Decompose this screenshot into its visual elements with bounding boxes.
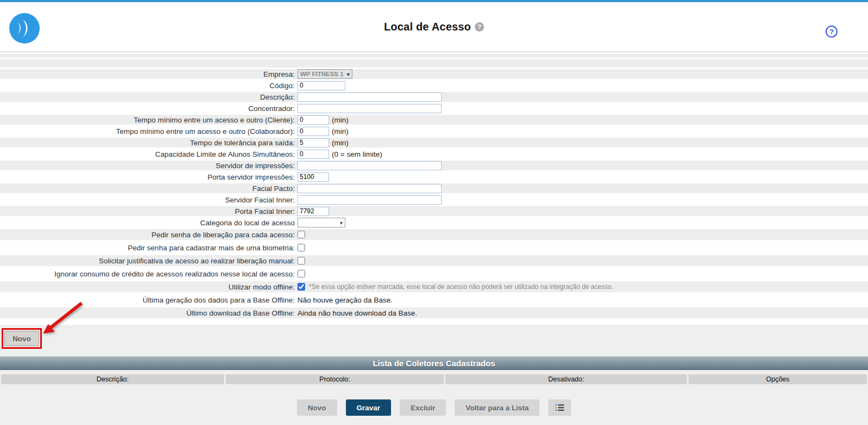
servidor-impressoes-label: Servidor de impressões:: [0, 162, 297, 170]
capacidade-label: Capacidade Limite de Alunos Simultâneos:: [0, 150, 297, 158]
excluir-button[interactable]: Excluir: [400, 399, 446, 416]
chevron-down-icon: ▾: [347, 71, 350, 77]
tolerancia-suffix: (min): [332, 139, 349, 147]
lower-section: Novo Lista de Coletores Cadastrados Desc…: [0, 325, 868, 425]
novo-button[interactable]: Novo: [4, 331, 39, 346]
ignorar-credito-checkbox[interactable]: [297, 270, 305, 278]
servidor-facial-inner-input[interactable]: [297, 195, 442, 205]
column-opcoes: Opções: [689, 374, 867, 384]
tempo-colaborador-suffix: (min): [332, 127, 349, 135]
modo-offline-note: *Se essa opção estiver marcada, esse loc…: [308, 283, 613, 291]
form-row-tempo-cliente: Tempo mínimo entre um acesso e outro (Cl…: [0, 115, 868, 125]
chevron-down-icon: ▾: [340, 220, 343, 226]
form-row-codigo: Código:: [0, 81, 868, 90]
form-row-descricao: Descrição:: [0, 92, 868, 102]
tolerancia-input[interactable]: [297, 138, 329, 147]
tempo-cliente-suffix: (min): [332, 116, 349, 124]
list-view-button[interactable]: [548, 399, 571, 416]
form-row-porta-facial-inner: Porta Facial Inner:: [0, 206, 868, 216]
form-row-porta-impressoes: Porta servidor impressões:: [0, 172, 868, 182]
form-row-justificativa: Solicitar justificativa de acesso ao rea…: [0, 255, 868, 266]
empresa-select[interactable]: WP FITNESS 1 ▾: [297, 69, 352, 79]
form-row-ultima-geracao: Última geração dos dados para a Base Off…: [0, 294, 868, 305]
form-row-senha-liberacao: Pedir senha de liberação para cada acess…: [0, 229, 868, 240]
form-row-ignorar-credito: Ignorar consumo de crédito de acessos re…: [0, 268, 868, 279]
capacidade-input[interactable]: [297, 150, 329, 159]
categoria-label: Categoria do local de acesso: [0, 219, 297, 227]
form-row-categoria: Categoria do local de acesso ▾: [0, 218, 868, 227]
tempo-colaborador-input[interactable]: [297, 127, 329, 136]
capacidade-suffix: (0 = sem limite): [332, 150, 382, 158]
ultimo-download-value: Ainda não houve download da Base.: [297, 309, 417, 317]
descricao-input[interactable]: [297, 93, 442, 102]
justificativa-checkbox[interactable]: [297, 257, 305, 264]
justificativa-label: Solicitar justificativa de acesso ao rea…: [0, 257, 297, 265]
voltar-lista-button[interactable]: Voltar para a Lista: [455, 399, 540, 416]
title-help-icon[interactable]: ?: [475, 22, 484, 32]
porta-facial-inner-input[interactable]: [297, 207, 329, 216]
servidor-impressoes-input[interactable]: [297, 161, 442, 170]
tempo-cliente-input[interactable]: [297, 115, 329, 125]
senha-biometria-checkbox[interactable]: [297, 244, 305, 251]
form-row-modo-offline: Utilizar modo offline: *Se essa opção es…: [0, 281, 868, 292]
form-row-empresa: Empresa: WP FITNESS 1 ▾: [0, 69, 868, 79]
codigo-input[interactable]: [297, 81, 345, 90]
novo-footer-button[interactable]: Novo: [297, 399, 337, 416]
column-protocolo: Protocolo:: [226, 374, 444, 384]
ultima-geracao-label: Última geração dos dados para a Base Off…: [0, 296, 297, 304]
senha-liberacao-label: Pedir senha de liberação para cada acess…: [0, 231, 297, 239]
servidor-facial-inner-label: Servidor Facial Inner:: [0, 196, 297, 204]
categoria-select[interactable]: ▾: [297, 218, 345, 227]
ignorar-credito-label: Ignorar consumo de crédito de acessos re…: [0, 270, 297, 278]
form-row-concentrador: Concentrador:: [0, 103, 868, 113]
porta-impressoes-input[interactable]: [297, 173, 329, 182]
collectors-column-headers: Descrição: Protocolo: Desativado: Opções: [1, 374, 867, 384]
spacer-stripe: [0, 54, 868, 58]
form-row-facial-pacto: Facial Pacto:: [0, 183, 868, 193]
facial-pacto-label: Facial Pacto:: [0, 184, 297, 193]
tolerancia-label: Tempo de tolerância para saída:: [0, 139, 297, 147]
access-location-form: Empresa: WP FITNESS 1 ▾ Código: Descriçã…: [0, 52, 868, 325]
concentrador-label: Concentrador:: [0, 104, 297, 113]
column-descricao: Descrição:: [1, 374, 224, 384]
descricao-label: Descrição:: [0, 93, 297, 101]
senha-biometria-label: Pedir senha para cadastrar mais de uma b…: [0, 244, 297, 252]
column-desativado: Desativado:: [445, 374, 687, 384]
facial-pacto-input[interactable]: [297, 184, 442, 193]
porta-facial-inner-label: Porta Facial Inner:: [0, 207, 297, 215]
collectors-list-header: Lista de Coletores Cadastrados: [0, 356, 868, 370]
ultima-geracao-value: Não houve geração da Base.: [297, 296, 393, 304]
form-row-tempo-colaborador: Tempo mínimo entre um acesso e outro (Co…: [0, 126, 868, 136]
empresa-label: Empresa:: [0, 70, 297, 78]
form-row-ultimo-download: Último download da Base Offline: Ainda n…: [0, 307, 868, 318]
modo-offline-checkbox[interactable]: [297, 283, 305, 291]
form-row-senha-biometria: Pedir senha para cadastrar mais de uma b…: [0, 242, 868, 253]
annotation-highlight-box: Novo: [2, 328, 42, 349]
modo-offline-label: Utilizar modo offline:: [0, 283, 297, 291]
codigo-label: Código:: [0, 82, 297, 90]
form-row-capacidade: Capacidade Limite de Alunos Simultâneos:…: [0, 149, 868, 159]
page-title: Local de Acesso: [384, 21, 471, 33]
tempo-cliente-label: Tempo mínimo entre um acesso e outro (Cl…: [0, 116, 297, 124]
empty-form-row: [0, 59, 868, 67]
action-button-bar: Novo Gravar Excluir Voltar para a Lista: [0, 399, 868, 416]
form-row-tolerancia: Tempo de tolerância para saída: (min): [0, 138, 868, 147]
ultimo-download-label: Último download da Base Offline:: [0, 309, 297, 317]
form-row-servidor-facial-inner: Servidor Facial Inner:: [0, 195, 868, 205]
senha-liberacao-checkbox[interactable]: [297, 231, 305, 238]
gravar-button[interactable]: Gravar: [346, 399, 392, 416]
form-row-servidor-impressoes: Servidor de impressões:: [0, 161, 868, 170]
tempo-colaborador-label: Tempo mínimo entre um acesso e outro (Co…: [0, 127, 297, 135]
page-header: Local de Acesso ? ?: [0, 2, 868, 51]
list-icon: [555, 404, 565, 411]
concentrador-input[interactable]: [297, 104, 442, 113]
porta-impressoes-label: Porta servidor impressões:: [0, 173, 297, 181]
corner-help-icon[interactable]: ?: [826, 26, 838, 38]
